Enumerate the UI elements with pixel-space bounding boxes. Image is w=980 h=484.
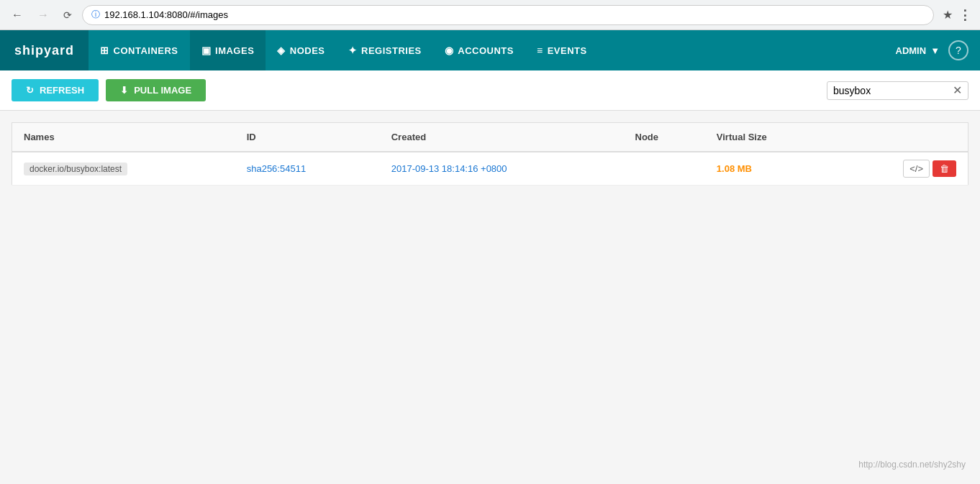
back-button[interactable]: ← <box>7 7 27 23</box>
address-bar[interactable]: ⓘ <box>82 5 934 25</box>
search-clear-button[interactable]: ✕ <box>953 85 962 96</box>
image-id: sha256:54511 <box>247 163 306 174</box>
cell-node <box>624 152 705 186</box>
table-row: docker.io/busybox:latest sha256:54511 20… <box>12 152 968 186</box>
navbar-right: ADMIN ▼ ? <box>884 40 980 60</box>
reload-button[interactable]: ⟳ <box>59 8 76 22</box>
image-created: 2017-09-13 18:14:16 +0800 <box>391 163 507 174</box>
refresh-icon: ↻ <box>26 85 34 96</box>
refresh-button[interactable]: ↻ Refresh <box>12 79 99 101</box>
forward-button[interactable]: → <box>33 7 53 23</box>
accounts-icon: ◉ <box>445 45 454 56</box>
browser-menu-icon[interactable]: ⋮ <box>958 7 973 23</box>
toolbar: ↻ Refresh ⬇ Pull Image ✕ <box>0 70 980 111</box>
cell-actions: </> 🗑 <box>834 152 968 186</box>
search-input[interactable] <box>833 85 948 96</box>
cell-name: docker.io/busybox:latest <box>12 152 235 186</box>
col-virtual-size: Virtual Size <box>705 123 834 152</box>
admin-menu[interactable]: ADMIN ▼ <box>896 45 940 56</box>
pull-image-button[interactable]: ⬇ Pull Image <box>106 79 206 101</box>
nav-events[interactable]: ≡ EVENTS <box>525 30 599 70</box>
actions-cell: </> 🗑 <box>845 160 956 178</box>
table-header: Names ID Created Node Virtual Size <box>12 123 968 152</box>
images-icon: ▣ <box>201 45 212 56</box>
col-actions <box>834 123 968 152</box>
nav-images[interactable]: ▣ IMAGES <box>190 30 266 70</box>
nav-nodes[interactable]: ◈ NODES <box>266 30 336 70</box>
events-icon: ≡ <box>537 45 543 56</box>
col-created: Created <box>380 123 624 152</box>
cell-created: 2017-09-13 18:14:16 +0800 <box>380 152 624 186</box>
col-id: ID <box>235 123 380 152</box>
search-box: ✕ <box>827 81 968 100</box>
browser-chrome: ← → ⟳ ⓘ ★ ⋮ <box>0 0 980 30</box>
registries-icon: ✦ <box>348 45 358 56</box>
code-icon: </> <box>909 163 923 174</box>
table-body: docker.io/busybox:latest sha256:54511 20… <box>12 152 968 186</box>
col-names: Names <box>12 123 235 152</box>
dropdown-arrow-icon: ▼ <box>930 45 940 56</box>
cell-virtual-size: 1.08 MB <box>705 152 834 186</box>
navbar: shipyard ⊞ CONTAINERS ▣ IMAGES ◈ NODES ✦… <box>0 30 980 70</box>
download-icon: ⬇ <box>120 85 128 96</box>
nav-containers[interactable]: ⊞ CONTAINERS <box>89 30 189 70</box>
col-node: Node <box>624 123 705 152</box>
image-virtual-size: 1.08 MB <box>717 163 752 174</box>
bookmark-icon[interactable]: ★ <box>943 8 953 22</box>
url-input[interactable] <box>104 9 925 20</box>
secure-icon: ⓘ <box>91 9 100 21</box>
images-table: Names ID Created Node Virtual Size docke… <box>12 122 968 186</box>
help-button[interactable]: ? <box>948 40 968 60</box>
cell-id: sha256:54511 <box>235 152 380 186</box>
navbar-items: ⊞ CONTAINERS ▣ IMAGES ◈ NODES ✦ REGISTRI… <box>89 30 884 70</box>
delete-button[interactable]: 🗑 <box>933 160 956 177</box>
nav-accounts[interactable]: ◉ ACCOUNTS <box>433 30 525 70</box>
containers-icon: ⊞ <box>100 45 109 56</box>
table-container: Names ID Created Node Virtual Size docke… <box>0 111 980 197</box>
nav-registries[interactable]: ✦ REGISTRIES <box>337 30 433 70</box>
code-button[interactable]: </> <box>903 160 930 178</box>
nodes-icon: ◈ <box>277 45 286 56</box>
brand-logo[interactable]: shipyard <box>0 30 89 70</box>
image-name-tag: docker.io/busybox:latest <box>24 163 127 175</box>
trash-icon: 🗑 <box>940 163 949 174</box>
